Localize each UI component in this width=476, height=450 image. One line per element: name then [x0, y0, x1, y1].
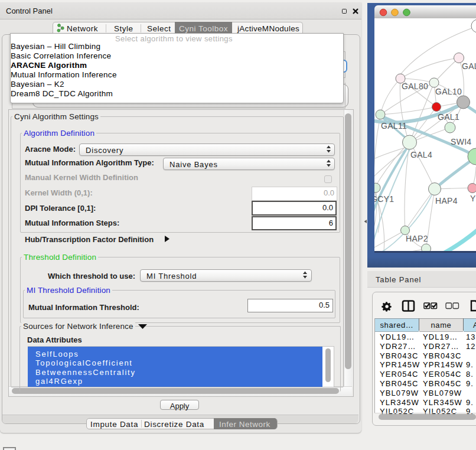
svg-text:Y: Y — [470, 194, 476, 203]
svg-text:GAL4: GAL4 — [410, 150, 432, 159]
svg-text:GAL1: GAL1 — [438, 112, 459, 122]
svg-text:GCY1: GCY1 — [374, 194, 394, 204]
svg-text:GAL10: GAL10 — [435, 87, 462, 96]
svg-text:GAL: GAL — [462, 61, 476, 71]
svg-text:HAP4: HAP4 — [435, 196, 458, 206]
svg-text:GAL11: GAL11 — [381, 121, 407, 131]
svg-text:GAL80: GAL80 — [402, 81, 428, 91]
svg-text:HAP2: HAP2 — [406, 234, 428, 243]
svg-text:SWI4: SWI4 — [451, 137, 471, 146]
